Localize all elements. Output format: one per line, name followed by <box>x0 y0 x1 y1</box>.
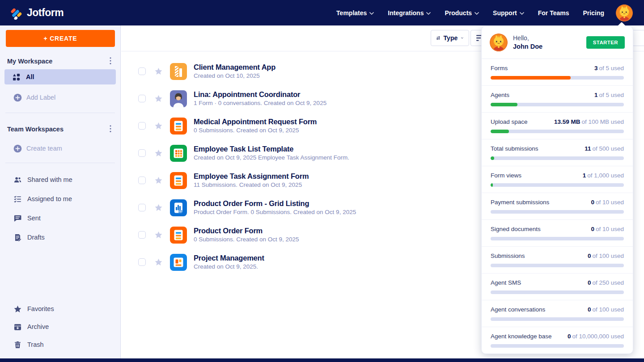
create-team-button[interactable]: Create team <box>0 143 120 154</box>
form-title[interactable]: Medical Appointment Request Form <box>194 118 317 126</box>
my-workspace-title: My Workspace <box>7 58 52 65</box>
form-subtitle: 1 Form · 0 conversations. Created on Oct… <box>194 100 326 106</box>
star-icon <box>13 305 22 313</box>
usage-stat-row: Agents 1of 5 used <box>482 85 633 112</box>
greeting-block: Hello, John Doe <box>513 34 542 51</box>
form-title[interactable]: Project Management <box>194 254 264 262</box>
usage-stat-row: Agent conversations 0of 100 used <box>482 300 633 327</box>
usage-progress-fill <box>491 76 571 80</box>
form-icon <box>170 172 187 189</box>
favorite-star-icon[interactable] <box>154 149 163 157</box>
row-checkbox[interactable] <box>138 204 146 211</box>
form-title[interactable]: Client Management App <box>194 63 275 71</box>
checklist-icon <box>13 195 22 203</box>
row-checkbox[interactable] <box>138 122 146 130</box>
form-subtitle: 0 Submissions. Created on Oct 9, 2025 <box>194 127 299 134</box>
usage-stat-value: 11of 500 used <box>585 145 624 152</box>
jotform-logo[interactable]: Jotform <box>9 6 64 20</box>
archive-icon <box>13 323 22 331</box>
sidebar-item-favorites[interactable]: Favorites <box>0 304 120 314</box>
plan-badge-button[interactable]: STARTER <box>586 36 625 49</box>
user-avatar[interactable] <box>616 4 633 21</box>
usage-progress-fill <box>491 156 494 160</box>
usage-stat-value: 13.59 MBof 100 MB used <box>554 118 624 126</box>
favorite-star-icon[interactable] <box>154 67 163 76</box>
nav-item[interactable]: Integrations <box>388 9 431 17</box>
workspace-menu-button[interactable] <box>107 56 114 67</box>
row-checkbox[interactable] <box>138 231 146 239</box>
account-panel-header: Hello, John Doe STARTER <box>482 26 633 59</box>
nav-item[interactable]: Products <box>445 9 479 17</box>
row-checkbox[interactable] <box>138 258 146 266</box>
usage-stat-row: Forms 3of 5 used <box>482 59 633 85</box>
sidebar-item-trash[interactable]: Trash <box>0 340 120 349</box>
form-subtitle: Product Order Form. 0 Submissions. Creat… <box>194 209 356 215</box>
usage-stat-row: Form views 1of 1,000 used <box>482 166 633 193</box>
favorite-star-icon[interactable] <box>154 258 163 266</box>
favorite-star-icon[interactable] <box>154 231 163 239</box>
sidebar-item-archive[interactable]: Archive <box>0 322 120 332</box>
usage-stat-value: 0of 100 used <box>588 252 624 260</box>
form-title[interactable]: Lina: Appointment Coordinator <box>194 90 300 98</box>
grid-shapes-icon <box>13 73 20 81</box>
usage-stat-label: Agent knowledge base <box>491 333 552 340</box>
usage-stat-label: Payment submissions <box>491 198 549 206</box>
usage-stats-list: Forms 3of 5 used Agents 1of 5 used Uploa… <box>482 59 633 354</box>
usage-stat-value: 3of 5 used <box>594 64 624 72</box>
nav-item[interactable]: Support <box>493 9 524 17</box>
form-subtitle: Created on Oct 9, 2025. <box>194 263 258 270</box>
usage-stat-label: Form views <box>491 172 521 179</box>
usage-progress-track <box>491 317 624 321</box>
usage-stat-label: Signed documents <box>491 225 541 233</box>
form-subtitle: 0 Submissions. Created on Oct 9, 2025 <box>194 236 299 243</box>
nav-item[interactable]: Templates <box>336 9 374 17</box>
sidebar-item-assigned-to-me[interactable]: Assigned to me <box>0 194 120 204</box>
usage-progress-track <box>491 156 624 160</box>
all-label: All <box>26 73 34 80</box>
chevron-down-icon <box>426 12 431 15</box>
kebab-icon <box>110 125 111 132</box>
row-checkbox[interactable] <box>138 177 146 184</box>
building-app-icon <box>170 63 187 80</box>
type-filter-button[interactable]: Type <box>431 30 469 46</box>
chevron-down-icon <box>461 37 463 39</box>
chevron-down-icon <box>369 12 374 15</box>
sidebar-item-drafts[interactable]: Drafts <box>0 232 120 242</box>
usage-progress-track <box>491 237 624 240</box>
row-checkbox[interactable] <box>138 95 146 102</box>
usage-stat-label: Agent SMS <box>491 279 521 286</box>
form-title[interactable]: Product Order Form - Grid Listing <box>194 199 309 207</box>
form-title[interactable]: Employee Task List Template <box>194 145 293 153</box>
favorite-star-icon[interactable] <box>154 94 163 103</box>
favorite-star-icon[interactable] <box>154 203 163 212</box>
plus-circle-icon <box>13 93 22 102</box>
usage-progress-fill <box>491 183 493 187</box>
people-icon <box>13 176 22 184</box>
add-label-button[interactable]: Add Label <box>0 92 120 103</box>
table-icon <box>170 145 187 162</box>
account-usage-panel: Hello, John Doe STARTER Forms 3of 5 used… <box>481 26 633 354</box>
favorite-star-icon[interactable] <box>154 122 163 130</box>
sidebar-divider <box>5 113 115 113</box>
sidebar-item-sent[interactable]: Sent <box>0 213 120 223</box>
usage-progress-fill <box>491 130 509 133</box>
nav-item[interactable]: Pricing <box>583 9 604 17</box>
favorite-star-icon[interactable] <box>154 176 163 185</box>
form-title[interactable]: Employee Task Assignment Form <box>194 172 309 180</box>
team-workspaces-header: Team Workspaces <box>0 125 120 134</box>
usage-stat-row: Agent knowledge base 0of 10,000,000 used <box>482 327 633 354</box>
form-title[interactable]: Product Order Form <box>194 227 263 235</box>
sidebar-item-shared-with-me[interactable]: Shared with me <box>0 175 120 185</box>
team-workspaces-menu-button[interactable] <box>107 124 114 135</box>
row-checkbox[interactable] <box>138 149 146 157</box>
usage-stat-label: Agents <box>491 91 509 99</box>
usage-stat-row: Total submissions 11of 500 used <box>482 139 633 166</box>
chat-icon <box>13 214 22 223</box>
usage-stat-label: Total submissions <box>491 145 538 152</box>
row-checkbox[interactable] <box>138 67 146 75</box>
create-button[interactable]: + CREATE <box>6 30 115 47</box>
grid-shapes-icon <box>436 34 440 42</box>
nav-item[interactable]: For Teams <box>538 9 569 17</box>
chevron-down-icon <box>475 12 479 15</box>
sidebar-item-all[interactable]: All <box>4 69 116 84</box>
